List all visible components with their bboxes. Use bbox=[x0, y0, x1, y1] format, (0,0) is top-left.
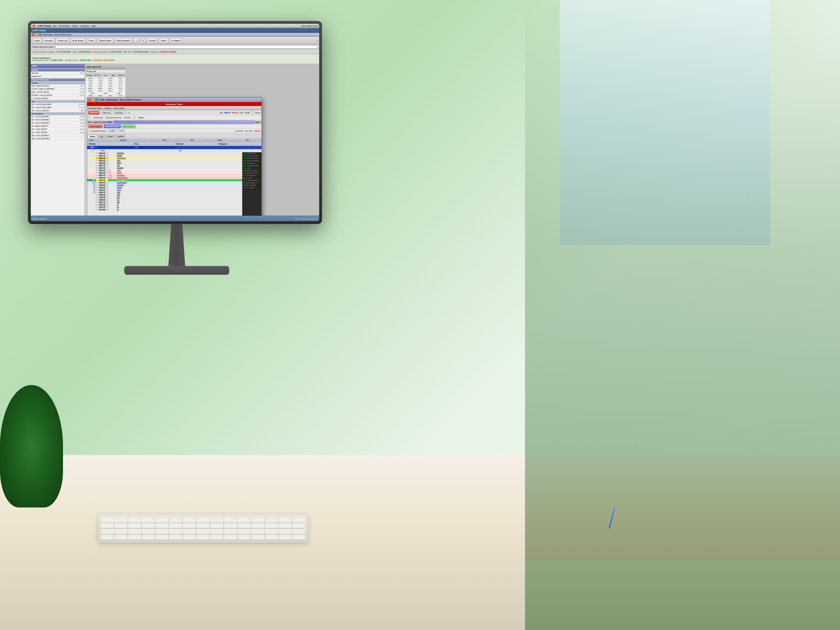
zc-item[interactable]: ZC = Jul'21 @CBOT Suga bbox=[31, 131, 85, 134]
key-18[interactable] bbox=[128, 523, 141, 529]
menu-file[interactable]: File bbox=[53, 25, 57, 27]
key-4[interactable] bbox=[142, 517, 155, 523]
key-25[interactable] bbox=[224, 523, 237, 529]
price-row-419725[interactable]: 4197.25 bbox=[87, 206, 242, 208]
deep-book-radio[interactable] bbox=[88, 130, 90, 132]
key-23[interactable] bbox=[196, 523, 209, 529]
others-label[interactable]: Others bbox=[118, 129, 125, 132]
key-40[interactable] bbox=[224, 529, 237, 534]
price-row-420225[interactable]: 4202.25 bbox=[87, 159, 242, 162]
key-49[interactable] bbox=[142, 535, 155, 540]
price-row-419800[interactable]: 4198.00 bbox=[87, 199, 242, 201]
key-50[interactable] bbox=[155, 535, 168, 540]
key-44[interactable] bbox=[279, 529, 292, 534]
key-20[interactable] bbox=[155, 523, 168, 529]
key-53[interactable] bbox=[196, 535, 209, 540]
price-row-419975[interactable]: 101 4199.75 bbox=[87, 182, 242, 184]
optiontrader-button[interactable]: OptionTrader bbox=[97, 38, 114, 43]
minimize-button[interactable] bbox=[35, 33, 38, 36]
close-position-button[interactable]: Close Position bbox=[88, 125, 103, 128]
tab-orders[interactable]: Orders bbox=[87, 135, 97, 138]
no-item[interactable]: NO = Jun1'21 @GLOBEX E-mini bbox=[31, 106, 85, 109]
key-33[interactable] bbox=[128, 529, 141, 534]
key-35[interactable] bbox=[155, 529, 168, 534]
price-row-419850[interactable]: 4198.50 bbox=[87, 194, 242, 196]
chart-button[interactable]: Chart bbox=[87, 38, 96, 43]
key-52[interactable] bbox=[183, 535, 196, 540]
key-10[interactable] bbox=[224, 517, 237, 523]
price-row-420250[interactable]: 4202.50 bbox=[87, 157, 242, 159]
key-39[interactable] bbox=[210, 529, 223, 534]
bt-close-button[interactable] bbox=[88, 98, 91, 101]
key-58[interactable] bbox=[265, 535, 278, 540]
tab-trades[interactable]: Trades bbox=[105, 135, 115, 138]
globex-label[interactable]: GLOBEX bbox=[108, 129, 117, 132]
zs-item[interactable]: ZS = Jul'21 @CBOT Soyb bbox=[31, 128, 85, 131]
price-row-419750[interactable]: 4197.50 bbox=[87, 204, 242, 206]
price-row-419925[interactable]: 45 4199.25 bbox=[87, 186, 242, 189]
price-row-419950[interactable]: 84 4199.50 bbox=[87, 184, 242, 186]
re-center-button[interactable]: Re-center bbox=[114, 111, 125, 114]
menu-configure[interactable]: Configure bbox=[80, 25, 89, 27]
price-row-419700[interactable]: 4197.00 bbox=[87, 208, 242, 211]
armed-checkbox[interactable] bbox=[251, 111, 254, 114]
price-row-419900[interactable]: 30 4199.00 bbox=[87, 189, 242, 191]
key-31[interactable] bbox=[101, 529, 114, 534]
key-12[interactable] bbox=[251, 517, 264, 523]
price-row-419875[interactable]: 12 4198.75 bbox=[87, 191, 242, 194]
risknavigator-button[interactable]: Risk Navigator bbox=[114, 38, 132, 43]
price-row-419775[interactable]: 4197.75 bbox=[87, 201, 242, 204]
key-38[interactable] bbox=[196, 529, 209, 534]
buy-row[interactable]: BUY ES bbox=[87, 146, 261, 149]
price-row-420150[interactable]: 4201.50 bbox=[87, 167, 242, 169]
key-14[interactable] bbox=[279, 517, 292, 523]
key-13[interactable] bbox=[265, 517, 278, 523]
key-17[interactable] bbox=[114, 523, 127, 529]
key-43[interactable] bbox=[265, 529, 278, 534]
fi-search-input[interactable] bbox=[55, 45, 318, 49]
z-item[interactable]: Z = Jun1'21 @ICEEU bbox=[31, 97, 85, 100]
tab-portfolio[interactable]: Portfolio bbox=[115, 135, 126, 138]
key-59[interactable] bbox=[279, 535, 292, 540]
key-36[interactable] bbox=[169, 529, 182, 534]
booktrader-button[interactable]: BookTrader bbox=[70, 38, 85, 43]
bz-item[interactable]: BZ = Dec'21 @NYMEX Brent bbox=[31, 118, 85, 122]
key-15[interactable] bbox=[292, 517, 305, 523]
account-button[interactable]: Account bbox=[43, 38, 55, 43]
menu-booktrader[interactable]: BookTrader bbox=[58, 25, 69, 27]
key-46[interactable] bbox=[101, 535, 114, 540]
price-row-420100[interactable]: 4201.00 84 bbox=[87, 172, 242, 174]
view-account-button[interactable]: View Account bbox=[122, 125, 136, 128]
sp500-watchlist-item[interactable]: S&P 500 Track bbox=[31, 72, 85, 75]
key-30[interactable] bbox=[292, 523, 305, 529]
reverse-position-button[interactable]: Reverse Position bbox=[104, 125, 121, 128]
price-row-420075[interactable]: 4200.75 122 bbox=[87, 174, 242, 177]
nasdaq100-watchlist-item[interactable]: Nasdaq 100 bbox=[31, 75, 85, 78]
menu-lynx[interactable]: LYNX Trading bbox=[38, 25, 51, 27]
bt-menu-hotkey[interactable]: Hotkey Details bbox=[114, 107, 125, 109]
tradelog-button[interactable]: Trade Log bbox=[56, 38, 69, 43]
maximize-button[interactable] bbox=[39, 33, 42, 36]
combo-button[interactable]: Combo bbox=[147, 38, 158, 43]
buttons-radio[interactable] bbox=[133, 117, 136, 118]
price-row-420000-current[interactable]: 127 4200.00 18 @ 4200.00 bbox=[87, 179, 242, 182]
price-row-420125[interactable]: 4201.25 15 bbox=[87, 169, 242, 172]
configure-button[interactable]: Configure bbox=[169, 38, 183, 43]
key-29[interactable] bbox=[279, 523, 292, 529]
estx50-item[interactable]: ESTX50 = Jun1'21 @DTB FTSE bbox=[31, 94, 85, 97]
ibot-button[interactable]: 📊 bbox=[133, 38, 139, 43]
key-55[interactable] bbox=[224, 535, 237, 540]
key-2[interactable] bbox=[114, 517, 127, 523]
dax-item[interactable]: DAX = Jun1'21 @DTB DAX bbox=[31, 91, 85, 94]
key-42[interactable] bbox=[251, 529, 264, 534]
key-1[interactable] bbox=[101, 517, 114, 523]
key-26[interactable] bbox=[238, 523, 251, 529]
price-row-420175[interactable]: 4201.75 bbox=[87, 164, 242, 167]
key-32[interactable] bbox=[114, 529, 127, 534]
key-51[interactable] bbox=[169, 535, 182, 540]
bt-menu-configure[interactable]: Configure bbox=[104, 107, 111, 109]
alerts-button[interactable]: Alerts bbox=[159, 38, 168, 43]
price-row-420275[interactable]: 4202.75 bbox=[87, 155, 242, 157]
key-45[interactable] bbox=[292, 529, 305, 534]
key-41[interactable] bbox=[238, 529, 251, 534]
